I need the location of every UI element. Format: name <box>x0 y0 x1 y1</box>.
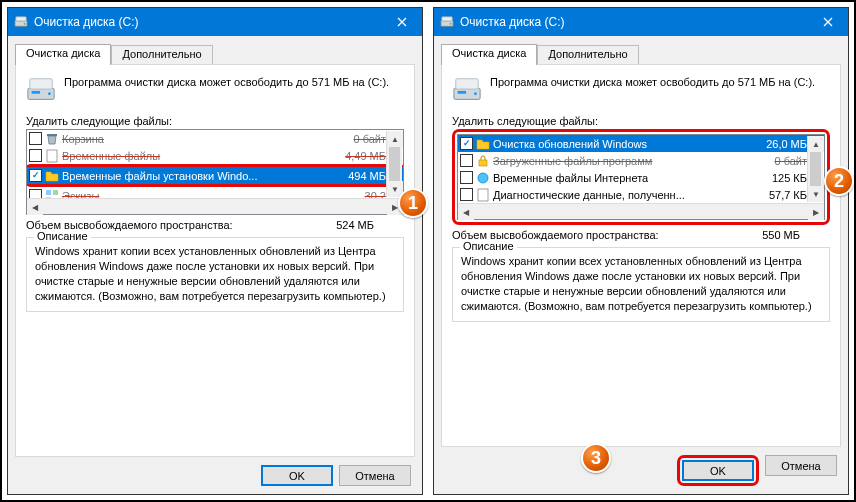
list-item[interactable]: Временные файлы Интернета 125 КБ <box>458 169 824 186</box>
svg-rect-21 <box>478 189 488 201</box>
tab-advanced[interactable]: Дополнительно <box>537 45 638 64</box>
drive-icon <box>14 15 28 29</box>
ok-button[interactable]: OK <box>682 460 754 481</box>
info-text: Программа очистки диска может освободить… <box>64 75 389 105</box>
svg-rect-8 <box>47 150 57 162</box>
list-item[interactable]: Временные файлы установки Windo... 494 М… <box>27 167 403 184</box>
group-title: Описание <box>34 230 91 242</box>
horizontal-scrollbar[interactable]: ◀ ▶ <box>27 198 403 214</box>
tab-disk-cleanup[interactable]: Очистка диска <box>441 44 537 65</box>
callout-badge-2: 2 <box>824 166 854 196</box>
callout-badge-1: 1 <box>398 188 428 218</box>
checkbox[interactable] <box>460 171 473 184</box>
item-name: Корзина <box>62 133 340 145</box>
scroll-up-icon[interactable]: ▲ <box>808 136 824 152</box>
tab-advanced[interactable]: Дополнительно <box>111 45 212 64</box>
lock-icon <box>476 154 490 168</box>
scroll-thumb[interactable] <box>389 147 400 181</box>
item-name: Диагностические данные, полученн... <box>493 189 761 201</box>
scroll-thumb[interactable] <box>810 152 821 186</box>
folder-icon <box>45 169 59 183</box>
svg-rect-18 <box>458 91 466 94</box>
files-listbox[interactable]: Очистка обновлений Windows 26,0 МБ Загру… <box>457 134 825 220</box>
delete-files-label: Удалить следующие файлы: <box>452 115 830 127</box>
svg-point-20 <box>478 173 488 183</box>
delete-files-label: Удалить следующие файлы: <box>26 115 404 127</box>
item-name: Очистка обновлений Windows <box>493 138 761 150</box>
tabstrip: Очистка диска Дополнительно <box>15 43 415 64</box>
svg-rect-10 <box>53 190 58 195</box>
window-title: Очистка диска (C:) <box>460 15 565 29</box>
svg-rect-16 <box>456 79 479 89</box>
screenshot-canvas: Очистка диска (C:) Очистка диска Дополни… <box>0 0 856 502</box>
vertical-scrollbar[interactable]: ▲ ▼ <box>386 131 402 197</box>
close-button[interactable] <box>808 8 848 36</box>
vertical-scrollbar[interactable]: ▲ ▼ <box>807 136 823 202</box>
drive-large-icon <box>452 75 482 105</box>
list-item[interactable]: Временные файлы 4,49 МБ <box>27 147 403 164</box>
checkbox[interactable] <box>460 137 473 150</box>
svg-rect-19 <box>479 160 487 166</box>
files-list-container: Очистка обновлений Windows 26,0 МБ Загру… <box>452 129 830 225</box>
globe-icon <box>476 171 490 185</box>
list-item[interactable]: Эскизы 30,2 <box>27 187 403 198</box>
svg-point-5 <box>48 92 51 95</box>
file-icon <box>476 188 490 202</box>
list-item[interactable]: Очистка обновлений Windows 26,0 МБ <box>458 135 824 152</box>
checkbox[interactable] <box>29 189 42 198</box>
info-text: Программа очистки диска может освободить… <box>490 75 815 105</box>
svg-rect-6 <box>32 91 40 94</box>
checkbox[interactable] <box>460 154 473 167</box>
file-icon <box>45 149 59 163</box>
item-name: Эскизы <box>62 190 340 199</box>
disk-cleanup-window-left: Очистка диска (C:) Очистка диска Дополни… <box>7 7 423 495</box>
ok-button-highlight: OK <box>677 455 759 486</box>
files-listbox[interactable]: Корзина 0 байт Временные файлы 4,49 МБ <box>26 129 404 215</box>
files-list-container: Корзина 0 байт Временные файлы 4,49 МБ <box>26 129 404 215</box>
group-title: Описание <box>460 240 517 252</box>
tabstrip: Очистка диска Дополнительно <box>441 43 841 64</box>
svg-point-2 <box>24 23 26 25</box>
list-item[interactable]: Диагностические данные, полученн... 57,7… <box>458 186 824 203</box>
callout-badge-3: 3 <box>581 443 611 473</box>
close-button[interactable] <box>382 8 422 36</box>
scroll-up-icon[interactable]: ▲ <box>387 131 403 147</box>
svg-rect-7 <box>47 134 57 136</box>
window-title: Очистка диска (C:) <box>34 15 139 29</box>
svg-point-17 <box>474 92 477 95</box>
cancel-button[interactable]: Отмена <box>339 465 411 486</box>
checkbox[interactable] <box>460 188 473 201</box>
scroll-down-icon[interactable]: ▼ <box>808 186 824 202</box>
horizontal-scrollbar[interactable]: ◀ ▶ <box>458 203 824 219</box>
svg-rect-13 <box>442 17 453 21</box>
checkbox[interactable] <box>29 149 42 162</box>
item-name: Временные файлы установки Windo... <box>62 170 340 182</box>
scroll-left-icon[interactable]: ◀ <box>27 199 43 215</box>
list-item[interactable]: Корзина 0 байт <box>27 130 403 147</box>
drive-large-icon <box>26 75 56 105</box>
description-group: Описание Windows хранит копии всех устан… <box>452 247 830 322</box>
scroll-right-icon[interactable]: ▶ <box>808 204 824 220</box>
folder-icon <box>476 137 490 151</box>
svg-rect-4 <box>30 79 53 89</box>
total-value: 524 МБ <box>336 219 404 231</box>
list-item[interactable]: Загруженные файлы программ 0 байт <box>458 152 824 169</box>
recycle-bin-icon <box>45 132 59 146</box>
total-value: 550 МБ <box>762 229 830 241</box>
cancel-button[interactable]: Отмена <box>765 455 837 476</box>
titlebar[interactable]: Очистка диска (C:) <box>434 8 848 36</box>
svg-rect-9 <box>46 190 51 195</box>
ok-button[interactable]: OK <box>261 465 333 486</box>
description-text: Windows хранит копии всех установленных … <box>461 254 821 313</box>
item-name: Временные файлы Интернета <box>493 172 761 184</box>
checkbox[interactable] <box>29 169 42 182</box>
item-name: Загруженные файлы программ <box>493 155 761 167</box>
tab-disk-cleanup[interactable]: Очистка диска <box>15 44 111 65</box>
disk-cleanup-window-right: Очистка диска (C:) Очистка диска Дополни… <box>433 7 849 495</box>
titlebar[interactable]: Очистка диска (C:) <box>8 8 422 36</box>
checkbox[interactable] <box>29 132 42 145</box>
svg-rect-1 <box>16 17 27 21</box>
svg-point-14 <box>450 23 452 25</box>
description-text: Windows хранит копии всех установленных … <box>35 244 395 303</box>
scroll-left-icon[interactable]: ◀ <box>458 204 474 220</box>
